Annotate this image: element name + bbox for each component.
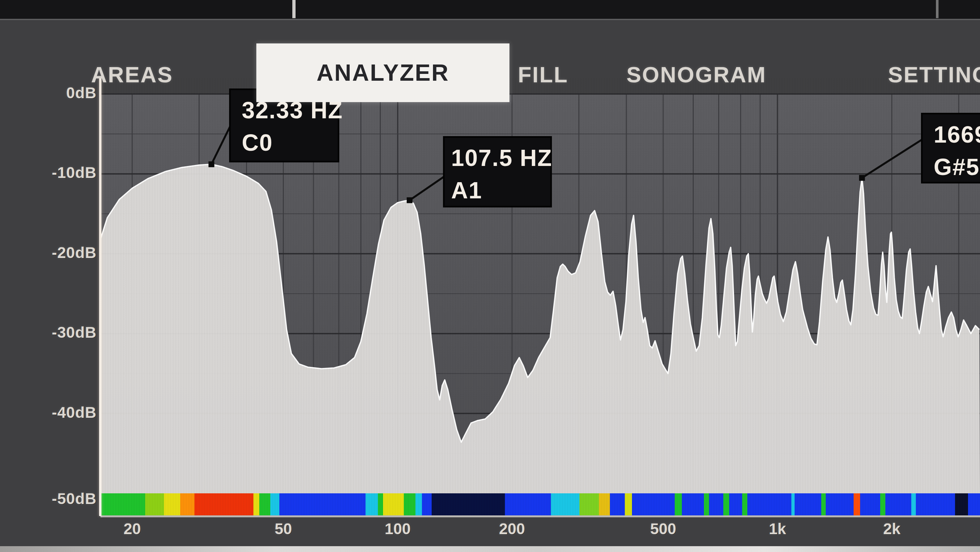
freq-tick-label: 100 [385, 519, 410, 539]
sonogram-strip-segment [253, 493, 259, 515]
sonogram-strip-underline [100, 515, 980, 517]
peak-label-gs5[interactable]: 1669 G#5 [921, 113, 980, 183]
sonogram-strip-segment [747, 493, 791, 515]
db-tick-label: -30dB [0, 323, 97, 344]
tab-areas[interactable]: AREAS [91, 62, 173, 87]
screen-top-bezel-edge [0, 19, 980, 20]
sonogram-strip-segment [383, 493, 404, 515]
peak-note-text: A1 [451, 174, 550, 207]
sonogram-strip-segment [270, 493, 279, 515]
sonogram-strip-segment [422, 493, 432, 515]
freq-tick-label: 50 [275, 519, 292, 539]
peak-note-text: G#5 [934, 151, 980, 183]
tab-fill[interactable]: FILL [518, 62, 568, 87]
sonogram-strip-segment [145, 493, 164, 515]
sonogram-strip-segment [366, 493, 378, 515]
sonogram-strip-segment [709, 493, 723, 515]
db-tick-label: -10dB [0, 164, 97, 184]
freq-tick-label: 500 [650, 519, 676, 539]
sonogram-strip-segment [885, 493, 911, 515]
sonogram-strip-segment [854, 493, 860, 515]
db-tick-label: -50dB [0, 490, 97, 510]
tab-sonogram[interactable]: SONOGRAM [627, 62, 767, 87]
sonogram-strip-segment [742, 493, 747, 515]
peak-marker-dot [208, 161, 214, 167]
sonogram-strip-segment [955, 493, 968, 515]
peak-freq-text: 1669 [934, 118, 980, 151]
db-tick-label: 0dB [0, 84, 97, 104]
sonogram-strip-segment [404, 493, 415, 515]
peak-freq-text: 107.5 HZ [451, 142, 550, 174]
peak-marker-dot [407, 197, 412, 203]
db-tick-label: -40dB [0, 404, 97, 424]
sonogram-strip-segment [916, 493, 955, 515]
sonogram-strip-segment [279, 493, 366, 515]
peak-marker-dot [859, 175, 865, 181]
screen-bottom-edge [0, 546, 980, 552]
reflection-highlight [936, 0, 939, 18]
sonogram-strip-segment [378, 493, 383, 515]
sonogram-strip-segment [102, 493, 145, 515]
sonogram-strip-segment [180, 493, 194, 515]
sonogram-strip-segment [723, 493, 729, 515]
db-tick-label: -20dB [0, 244, 97, 264]
sonogram-strip-segment [432, 493, 505, 515]
freq-tick-label: 200 [499, 519, 525, 539]
sonogram-strip-segment [675, 493, 682, 515]
sonogram-strip-segment [505, 493, 551, 515]
sonogram-strip-segment [826, 493, 854, 515]
sonogram-strip-segment [795, 493, 821, 515]
y-axis-line [99, 78, 102, 516]
peak-note-text: C0 [242, 126, 338, 159]
sonogram-strip-segment [415, 493, 422, 515]
sonogram-strip-segment [632, 493, 675, 515]
freq-tick-label: 1k [769, 519, 786, 539]
sonogram-strip-segment [791, 493, 795, 515]
sonogram-strip-segment [599, 493, 610, 515]
sonogram-strip-segment [579, 493, 599, 515]
sonogram-strip-segment [911, 493, 916, 515]
analyzer-screen: 0dB -10dB -20dB -30dB -40dB -50dB 20 50 … [0, 0, 980, 552]
tab-analyzer[interactable]: ANALYZER [256, 43, 509, 102]
freq-tick-label: 2k [883, 519, 900, 539]
sonogram-strip-segment [610, 493, 625, 515]
sonogram-strip-segment [259, 493, 270, 515]
sonogram-strip-segment [551, 493, 579, 515]
sonogram-strip-segment [880, 493, 885, 515]
sonogram-strip-segment [194, 493, 253, 515]
sonogram-strip-segment [625, 493, 632, 515]
freq-tick-label: 20 [124, 519, 141, 539]
sonogram-strip-segment [968, 493, 980, 515]
sonogram-strip-segment [860, 493, 880, 515]
sonogram-strip-segment [164, 493, 180, 515]
reflection-highlight [292, 0, 296, 18]
screen-top-bezel [0, 0, 980, 19]
sonogram-strip-segment [821, 493, 826, 515]
sonogram-strip-segment [729, 493, 742, 515]
tab-settings[interactable]: SETTING [888, 62, 980, 87]
sonogram-strip-segment [704, 493, 709, 515]
sonogram-strip-segment [682, 493, 704, 515]
peak-label-a1[interactable]: 107.5 HZ A1 [443, 136, 552, 207]
